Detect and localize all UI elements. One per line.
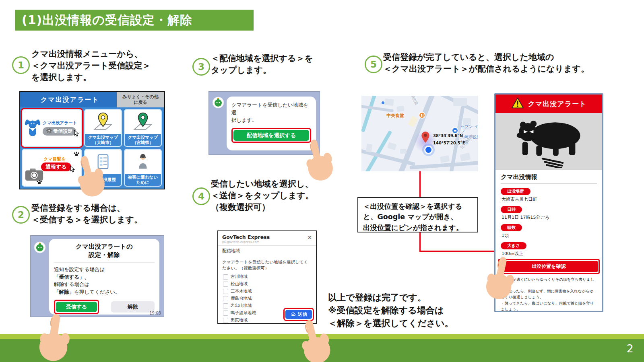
restaurant-poi-icon [419, 112, 425, 119]
map-callout-note: ＜出没位置を確認＞を選択する と、Google マップが開き、 出没位置にピンが… [357, 197, 478, 232]
app-menu-header: クマ出没アラート みりょく・その他 に戻る [20, 92, 164, 107]
page-number: 2 [627, 342, 634, 355]
red-map-pin-icon [421, 131, 430, 145]
connector-line [419, 171, 421, 197]
checkbox-icon[interactable] [223, 303, 228, 309]
person-icon [125, 150, 161, 174]
select-region-button[interactable]: 配信地域を選択する [233, 130, 309, 141]
chat-setting-body-line3: 解除する場合は [54, 281, 155, 288]
cursor-icon [74, 130, 79, 139]
back-button[interactable]: みりょく・その他 に戻る [117, 92, 164, 107]
pointing-hand-icon [32, 311, 75, 362]
region-checkbox-row[interactable]: 三本木地域 [223, 288, 311, 295]
receive-button[interactable]: 受信する [56, 302, 97, 312]
chat-setting-body-line2: 「受信する」、 [54, 274, 155, 281]
step3-number: 3 [192, 58, 210, 76]
convenience-store-poi-icon [452, 127, 458, 134]
step2-number: 2 [12, 206, 30, 224]
tile-damage-prevention[interactable]: 被害に遭わない ために [124, 149, 162, 187]
field-label-count: 頭数 [501, 224, 522, 231]
alert-info-title: クマ出没情報 [501, 173, 597, 184]
field-value-location: 大崎市古川七日町 [502, 196, 597, 202]
gear-icon [46, 128, 52, 135]
step3-text: ＜配信地域を選択する＞を タップします。 [211, 53, 344, 76]
submit-button[interactable]: 送信 [285, 310, 312, 319]
checkbox-icon[interactable] [223, 296, 228, 301]
chat-region-body: クマアラートを受信したい地域を選 択します。 [231, 101, 311, 124]
receive-setting-button[interactable]: 受信設定 [43, 127, 76, 136]
connector-line [419, 232, 421, 251]
region-checkbox-row[interactable]: 古川地域 [223, 273, 311, 280]
region-checkbox-row[interactable]: 松山地域 [223, 280, 311, 288]
field-label-location: 出没場所 [501, 188, 530, 195]
map-dot [382, 101, 384, 104]
chat-setting-body-line1: 通知を設定する場合は [54, 266, 155, 274]
cloud-upload-icon [290, 312, 296, 317]
tile-report-label: クマ目撃を [43, 156, 66, 162]
map-road-label-top: 前街道 [410, 96, 419, 106]
govtech-form-screenshot: GovTech Express p6.govtech-express.com ✕… [217, 230, 317, 324]
region-checkbox-row[interactable]: 鹿島台地域 [223, 295, 311, 302]
field-label-datetime: 日時 [501, 206, 522, 213]
map-coordinate-lng: 140°57'20.5"E [433, 141, 465, 145]
tile-bear-map-miyagi[interactable]: クマ出没マップ （宮城県） [124, 109, 162, 147]
slide: (1)出没情報の受信設定・解除 1 クマ出没情報メニューから、 ＜クマ出没アラー… [0, 0, 644, 362]
step5-number: 5 [365, 56, 382, 73]
step1-text: クマ出没情報メニューから、 ＜クマ出没アラート受信設定＞ を選択します。 [31, 48, 170, 83]
chat-timestamp: 19:03 [149, 311, 161, 315]
cancel-button[interactable]: 解除 [111, 301, 155, 313]
map-screenshot: 中央食堂 セブン-イレブ大崎市役所前店 前街道 北羽前街道 38°34'39.6… [361, 96, 478, 171]
form-prompt: クマアラートを受信したい地域を選択してください。（複数選択可） [218, 256, 316, 272]
tile-receive-label: クマ出没アラート [43, 120, 77, 126]
green-map-pin-icon [125, 110, 161, 134]
chat-setting-body-line4: 「解除」を押してください。 [54, 288, 155, 296]
line-setting-screenshot: クマ出没アラートの 設定・解除 通知を設定する場合は 「受信する」、 解除する場… [30, 235, 164, 317]
city-mascot-avatar [212, 97, 224, 110]
field-label-size: 大きさ [501, 242, 526, 249]
report-button[interactable]: 通報する [41, 162, 71, 171]
field-value-count: 1頭 [502, 232, 597, 239]
blue-bear-mascot-icon [24, 116, 41, 140]
checkbox-icon[interactable] [223, 289, 228, 294]
form-section-title: 配信地域 [218, 246, 316, 256]
page-title: (1)出没情報の受信設定・解除 [15, 10, 254, 31]
map-coordinate-lat: 38°34'39.6"N [433, 134, 463, 138]
step5-text: 受信登録が完了していると、選択した地域の ＜クマ出没アラート＞が配信されるように… [383, 51, 609, 75]
field-value-datetime: 11月1日 17時15分ごろ [502, 214, 597, 220]
step1-number: 1 [12, 56, 30, 74]
tile-bear-map-osaki[interactable]: クマ出没マップ （大崎市） [84, 109, 122, 147]
connector-line [419, 251, 502, 252]
checkbox-icon[interactable] [223, 311, 228, 316]
yellow-map-pin-icon [85, 110, 121, 134]
footer-note: 以上で登録は完了です。 ※受信設定を解除する場合は ＜解除＞を選択してください。 [328, 291, 497, 330]
close-icon[interactable]: ✕ [308, 234, 312, 241]
alert-header: クマ出没アラート [495, 95, 602, 113]
checkbox-icon[interactable] [223, 282, 228, 287]
tile-prevention-label: 被害に遭わない ために [125, 174, 161, 186]
paw-print-icon [36, 179, 42, 186]
map-restaurant-label: 中央食堂 [386, 113, 404, 119]
bear-image [495, 113, 602, 170]
advice-line: ・襲ってきたら、腹ばいになり、両腕で首と頭を守りましょう。 [501, 300, 597, 312]
checkbox-icon[interactable] [223, 274, 228, 280]
step2-text: 受信登録をする場合は、 ＜受信する＞を選択します。 [31, 202, 170, 226]
checkbox-icon[interactable] [223, 318, 228, 323]
step4-number: 4 [192, 187, 210, 205]
field-value-size: 100㎝以上 [502, 251, 597, 257]
warning-triangle-icon [511, 97, 524, 110]
form-domain: p6.govtech-express.com [222, 240, 312, 244]
tile-alert-receive-setting[interactable]: クマ出没アラート [22, 109, 82, 147]
advice-line: ・出会ったら、刺激せず、間に障害物を入れながらゆっくり後退しましょう。 [501, 288, 597, 300]
form-app-name: GovTech Express [222, 234, 312, 240]
tile-map-osaki-label: クマ出没マップ （大崎市） [85, 134, 121, 146]
alert-title: クマ出没アラート [528, 99, 587, 109]
chat-setting-title: クマ出没アラートの 設定・解除 [54, 243, 155, 263]
step4-text: 受信したい地域を選択し、 ＜送信＞をタップします。 （複数選択可） [211, 178, 348, 213]
city-mascot-avatar [34, 241, 46, 255]
tile-map-miyagi-label: クマ出没マップ （宮城県） [125, 134, 161, 146]
current-location-dot [424, 146, 433, 154]
